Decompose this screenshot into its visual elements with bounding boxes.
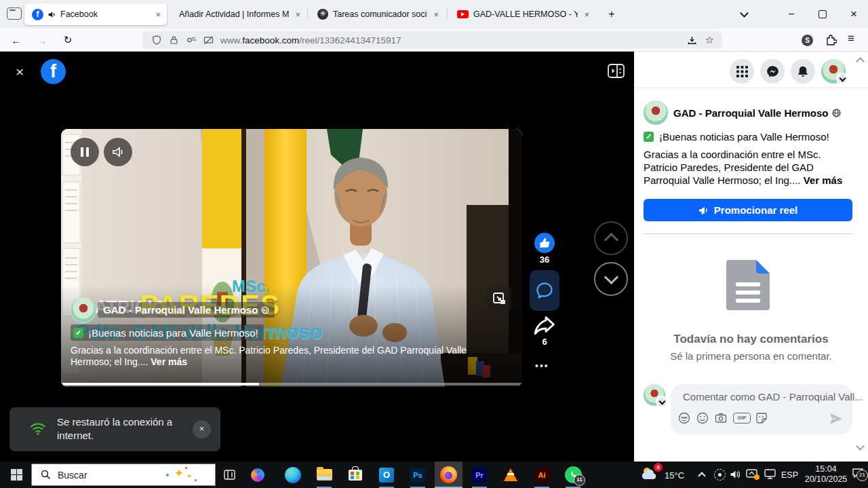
taskbar-search[interactable]: Buscar ✦ ✦ — [31, 464, 216, 486]
sticker-icon[interactable] — [755, 412, 768, 424]
tab-list-button[interactable] — [732, 0, 755, 29]
taskbar-edge-icon[interactable] — [279, 462, 307, 488]
taskbar-premiere-icon[interactable]: Pr — [466, 462, 493, 488]
tab-close-icon[interactable]: × — [149, 10, 167, 20]
menu-icon[interactable]: ≡ — [848, 32, 854, 45]
save-to-pocket-icon[interactable] — [687, 35, 697, 45]
lock-icon[interactable] — [170, 35, 178, 45]
previous-reel-button[interactable] — [594, 221, 628, 255]
screenshare-blocked-icon[interactable] — [203, 36, 214, 45]
close-reel-icon[interactable]: × — [16, 64, 24, 80]
tab-tareas[interactable]: ✳ Tareas comunicador social GAD × — [311, 3, 445, 25]
taskbar-explorer-icon[interactable] — [311, 462, 338, 488]
back-button[interactable]: ← — [7, 32, 25, 48]
avatar-sticker-icon[interactable] — [678, 412, 690, 424]
notifications-button[interactable] — [791, 59, 815, 83]
taskbar-firefox-icon[interactable] — [435, 462, 462, 488]
video-progress-track[interactable] — [61, 383, 522, 386]
sidebar-see-more[interactable]: Ver más — [804, 174, 843, 186]
comment-composer[interactable]: Comentar como GAD - Parroquial Vall... G… — [671, 384, 852, 434]
taskbar-illustrator-icon[interactable]: Ai — [528, 462, 555, 488]
taskbar-store-icon[interactable] — [342, 462, 369, 488]
overlay-page-avatar[interactable] — [71, 297, 96, 323]
messenger-button[interactable] — [760, 59, 785, 83]
taskbar-outlook-icon[interactable]: O — [373, 462, 400, 488]
tab-audio-icon[interactable] — [47, 10, 56, 19]
tab-title: GAD-VALLE HERMOSO - YouTu — [473, 10, 578, 19]
composer-avatar[interactable] — [644, 384, 665, 406]
url-text[interactable]: www.facebook.com/reel/1336244134715917 — [220, 35, 687, 45]
like-icon[interactable] — [534, 233, 555, 253]
overlay-see-more[interactable]: Ver más — [151, 356, 187, 367]
share-icon[interactable] — [533, 315, 556, 335]
check-icon: ✓ — [644, 132, 654, 142]
profile-avatar[interactable] — [821, 59, 846, 83]
language-indicator[interactable]: ESP — [781, 470, 798, 480]
tab-title: Facebook — [60, 10, 149, 19]
sidebar-page-avatar[interactable] — [644, 100, 668, 125]
chatgpt-favicon: ✳ — [317, 9, 328, 20]
overlay-headline-row: ✓ ¡Buenas noticias para Valle Hermoso! — [71, 324, 264, 341]
weather-badge: 3 — [654, 463, 663, 472]
pause-button[interactable] — [71, 138, 99, 166]
sidebar-description[interactable]: Gracias a la coordinación entre el MSc. … — [644, 148, 854, 187]
collapse-panel-icon[interactable] — [608, 64, 625, 78]
send-comment-icon[interactable] — [829, 413, 843, 425]
window-minimize-button[interactable]: − — [780, 0, 803, 29]
temperature-label[interactable]: 15°C — [665, 470, 684, 481]
clock[interactable]: 15:04 20/10/2025 — [800, 464, 852, 485]
overlay-description[interactable]: Gracias a la coordinación entre el MSc. … — [71, 345, 510, 368]
video-progress-fill — [61, 383, 259, 386]
bookmark-star-icon[interactable]: ☆ — [705, 34, 714, 46]
tab-informes[interactable]: Añadir Actividad | Informes Mensua × — [171, 3, 307, 25]
toast-close-icon[interactable]: × — [193, 420, 211, 438]
tab-close-icon[interactable]: × — [427, 10, 445, 20]
address-bar[interactable]: www.facebook.com/reel/1336244134715917 ☆ — [142, 31, 722, 49]
toast-message: Se restauró la conexión a internet. — [57, 415, 172, 443]
comment-button[interactable] — [530, 270, 559, 311]
firefox-view-icon[interactable] — [7, 7, 22, 20]
next-reel-button[interactable] — [594, 262, 628, 296]
tab-close-icon[interactable]: × — [578, 10, 595, 20]
permissions-icon[interactable] — [186, 36, 197, 44]
extensions-icon[interactable] — [825, 34, 837, 46]
volume-button[interactable] — [104, 138, 132, 166]
weather-icon[interactable]: 3 — [640, 466, 659, 481]
like-count: 36 — [532, 255, 557, 265]
pip-icon[interactable] — [487, 286, 511, 311]
taskbar-vlc-icon[interactable] — [497, 462, 524, 488]
account-extension-icon[interactable]: S — [802, 35, 813, 46]
composer-placeholder[interactable]: Comentar como GAD - Parroquial Vall... — [683, 391, 863, 402]
notification-center-icon[interactable]: 21 — [852, 468, 864, 478]
sidebar-page-name-row[interactable]: GAD - Parroquial Valle Hermoso — [673, 107, 841, 119]
tab-facebook[interactable]: f Facebook × — [24, 3, 167, 25]
window-close-button[interactable]: × — [842, 0, 865, 29]
camera-icon[interactable] — [715, 412, 727, 424]
tray-volume-icon[interactable] — [730, 469, 741, 480]
facebook-favicon: f — [32, 9, 43, 20]
new-tab-button[interactable]: + — [604, 7, 620, 23]
start-button[interactable] — [3, 462, 30, 488]
copilot-icon[interactable] — [244, 462, 271, 488]
tray-capture-icon[interactable] — [714, 469, 726, 481]
overlay-page-name-row[interactable]: GAD - Parroquial Valle Hermoso — [98, 302, 275, 318]
more-options-icon[interactable]: ••• — [535, 360, 549, 371]
emoji-icon[interactable] — [696, 412, 709, 424]
window-restore-button[interactable] — [811, 0, 834, 29]
apps-menu-button[interactable] — [730, 59, 754, 83]
tab-youtube[interactable]: GAD-VALLE HERMOSO - YouTu × — [450, 3, 595, 25]
facebook-logo[interactable]: f — [41, 59, 66, 84]
globe-icon — [832, 109, 841, 117]
taskbar-whatsapp-icon[interactable]: 11 — [559, 462, 587, 488]
taskbar-photoshop-icon[interactable]: Ps — [404, 462, 431, 488]
reload-button[interactable]: ↻ — [59, 32, 77, 48]
tray-display-icon[interactable] — [764, 469, 776, 479]
reel-video[interactable]: ATRICIO MSc. PAREDES Pdte. GAD Valle Her… — [61, 129, 522, 387]
task-view-button[interactable] — [216, 462, 243, 488]
tracking-shield-icon[interactable] — [152, 35, 161, 45]
gif-icon[interactable]: GIF — [733, 413, 751, 424]
tab-close-icon[interactable]: × — [289, 10, 307, 20]
tray-screenshare-icon[interactable] — [746, 469, 757, 478]
forward-button[interactable]: → — [33, 32, 51, 48]
promote-reel-button[interactable]: Promocionar reel — [644, 199, 852, 221]
